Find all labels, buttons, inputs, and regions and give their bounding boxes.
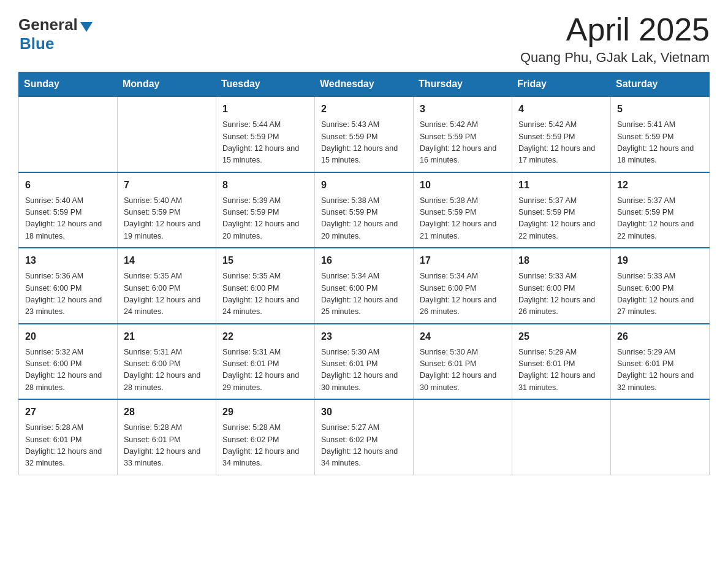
- day-info: Sunrise: 5:36 AMSunset: 6:00 PMDaylight:…: [25, 270, 111, 318]
- day-info: Sunrise: 5:28 AMSunset: 6:01 PMDaylight:…: [25, 422, 111, 470]
- day-number: 26: [617, 329, 703, 344]
- calendar-cell: 20Sunrise: 5:32 AMSunset: 6:00 PMDayligh…: [19, 324, 118, 400]
- day-info: Sunrise: 5:28 AMSunset: 6:02 PMDaylight:…: [222, 422, 308, 470]
- day-info: Sunrise: 5:34 AMSunset: 6:00 PMDaylight:…: [420, 270, 506, 318]
- day-info: Sunrise: 5:34 AMSunset: 6:00 PMDaylight:…: [321, 270, 407, 318]
- day-info: Sunrise: 5:29 AMSunset: 6:01 PMDaylight:…: [617, 347, 703, 394]
- day-number: 10: [420, 178, 506, 193]
- day-info: Sunrise: 5:44 AMSunset: 5:59 PMDaylight:…: [222, 119, 308, 167]
- calendar-header-row: SundayMondayTuesdayWednesdayThursdayFrid…: [19, 72, 710, 97]
- calendar-cell: 26Sunrise: 5:29 AMSunset: 6:01 PMDayligh…: [611, 324, 710, 400]
- day-number: 6: [25, 178, 111, 193]
- calendar-cell: [19, 96, 118, 172]
- calendar-cell: 12Sunrise: 5:37 AMSunset: 5:59 PMDayligh…: [611, 172, 710, 248]
- page-header: General Blue April 2025 Quang Phu, GJak …: [18, 12, 710, 66]
- calendar-week-row: 13Sunrise: 5:36 AMSunset: 6:00 PMDayligh…: [19, 248, 710, 324]
- day-number: 9: [321, 178, 407, 193]
- day-info: Sunrise: 5:43 AMSunset: 5:59 PMDaylight:…: [321, 119, 407, 167]
- day-info: Sunrise: 5:40 AMSunset: 5:59 PMDaylight:…: [124, 195, 210, 243]
- calendar-cell: 24Sunrise: 5:30 AMSunset: 6:01 PMDayligh…: [414, 324, 512, 400]
- calendar-cell: 28Sunrise: 5:28 AMSunset: 6:01 PMDayligh…: [118, 399, 216, 475]
- calendar-cell: 13Sunrise: 5:36 AMSunset: 6:00 PMDayligh…: [19, 248, 118, 324]
- header-thursday: Thursday: [414, 72, 512, 97]
- logo-top: General: [18, 15, 93, 34]
- day-info: Sunrise: 5:33 AMSunset: 6:00 PMDaylight:…: [617, 270, 703, 318]
- day-number: 7: [124, 178, 210, 193]
- calendar-cell: 25Sunrise: 5:29 AMSunset: 6:01 PMDayligh…: [512, 324, 611, 400]
- calendar-cell: 5Sunrise: 5:41 AMSunset: 5:59 PMDaylight…: [611, 96, 710, 172]
- day-number: 13: [25, 253, 111, 268]
- calendar-cell: 27Sunrise: 5:28 AMSunset: 6:01 PMDayligh…: [19, 399, 118, 475]
- day-number: 11: [518, 178, 604, 193]
- calendar-cell: 29Sunrise: 5:28 AMSunset: 6:02 PMDayligh…: [216, 399, 315, 475]
- calendar-cell: 14Sunrise: 5:35 AMSunset: 6:00 PMDayligh…: [118, 248, 216, 324]
- logo-general-text: General: [18, 15, 78, 34]
- day-info: Sunrise: 5:30 AMSunset: 6:01 PMDaylight:…: [420, 347, 506, 394]
- calendar-week-row: 1Sunrise: 5:44 AMSunset: 5:59 PMDaylight…: [19, 96, 710, 172]
- day-info: Sunrise: 5:42 AMSunset: 5:59 PMDaylight:…: [518, 119, 604, 167]
- calendar-subtitle: Quang Phu, GJak Lak, Vietnam: [520, 50, 710, 66]
- calendar-cell: [611, 399, 710, 475]
- logo: General Blue: [18, 15, 93, 53]
- calendar-cell: 23Sunrise: 5:30 AMSunset: 6:01 PMDayligh…: [315, 324, 414, 400]
- day-number: 8: [222, 178, 308, 193]
- calendar-cell: 1Sunrise: 5:44 AMSunset: 5:59 PMDaylight…: [216, 96, 315, 172]
- header-saturday: Saturday: [611, 72, 710, 97]
- day-info: Sunrise: 5:35 AMSunset: 6:00 PMDaylight:…: [222, 270, 308, 318]
- calendar-cell: 2Sunrise: 5:43 AMSunset: 5:59 PMDaylight…: [315, 96, 414, 172]
- day-number: 15: [222, 253, 308, 268]
- calendar-cell: 4Sunrise: 5:42 AMSunset: 5:59 PMDaylight…: [512, 96, 611, 172]
- day-info: Sunrise: 5:37 AMSunset: 5:59 PMDaylight:…: [617, 195, 703, 243]
- calendar-cell: 19Sunrise: 5:33 AMSunset: 6:00 PMDayligh…: [611, 248, 710, 324]
- calendar-cell: 30Sunrise: 5:27 AMSunset: 6:02 PMDayligh…: [315, 399, 414, 475]
- day-info: Sunrise: 5:31 AMSunset: 6:00 PMDaylight:…: [124, 347, 210, 394]
- logo-blue-text: Blue: [20, 34, 54, 53]
- day-number: 30: [321, 405, 407, 419]
- day-number: 14: [124, 253, 210, 268]
- calendar-cell: 15Sunrise: 5:35 AMSunset: 6:00 PMDayligh…: [216, 248, 315, 324]
- day-info: Sunrise: 5:30 AMSunset: 6:01 PMDaylight:…: [321, 347, 407, 394]
- day-number: 12: [617, 178, 703, 193]
- header-sunday: Sunday: [19, 72, 118, 97]
- day-info: Sunrise: 5:37 AMSunset: 5:59 PMDaylight:…: [518, 195, 604, 243]
- calendar-cell: [414, 399, 512, 475]
- day-number: 23: [321, 329, 407, 344]
- day-info: Sunrise: 5:32 AMSunset: 6:00 PMDaylight:…: [25, 347, 111, 394]
- day-number: 4: [518, 102, 604, 117]
- header-friday: Friday: [512, 72, 611, 97]
- day-number: 17: [420, 253, 506, 268]
- day-info: Sunrise: 5:31 AMSunset: 6:01 PMDaylight:…: [222, 347, 308, 394]
- day-number: 28: [124, 405, 210, 419]
- calendar-cell: 11Sunrise: 5:37 AMSunset: 5:59 PMDayligh…: [512, 172, 611, 248]
- day-info: Sunrise: 5:39 AMSunset: 5:59 PMDaylight:…: [222, 195, 308, 243]
- calendar-week-row: 20Sunrise: 5:32 AMSunset: 6:00 PMDayligh…: [19, 324, 710, 400]
- day-number: 21: [124, 329, 210, 344]
- logo-triangle-icon: [80, 22, 93, 32]
- day-number: 3: [420, 102, 506, 117]
- day-info: Sunrise: 5:33 AMSunset: 6:00 PMDaylight:…: [518, 270, 604, 318]
- day-info: Sunrise: 5:41 AMSunset: 5:59 PMDaylight:…: [617, 119, 703, 167]
- calendar-week-row: 27Sunrise: 5:28 AMSunset: 6:01 PMDayligh…: [19, 399, 710, 475]
- calendar-cell: 7Sunrise: 5:40 AMSunset: 5:59 PMDaylight…: [118, 172, 216, 248]
- day-number: 25: [518, 329, 604, 344]
- calendar-cell: 16Sunrise: 5:34 AMSunset: 6:00 PMDayligh…: [315, 248, 414, 324]
- header-wednesday: Wednesday: [315, 72, 414, 97]
- day-number: 29: [222, 405, 308, 419]
- day-number: 18: [518, 253, 604, 268]
- day-number: 24: [420, 329, 506, 344]
- calendar-cell: 3Sunrise: 5:42 AMSunset: 5:59 PMDaylight…: [414, 96, 512, 172]
- day-number: 16: [321, 253, 407, 268]
- day-number: 20: [25, 329, 111, 344]
- calendar-cell: [512, 399, 611, 475]
- calendar-table: SundayMondayTuesdayWednesdayThursdayFrid…: [18, 72, 710, 475]
- calendar-cell: 17Sunrise: 5:34 AMSunset: 6:00 PMDayligh…: [414, 248, 512, 324]
- day-number: 5: [617, 102, 703, 117]
- day-info: Sunrise: 5:40 AMSunset: 5:59 PMDaylight:…: [25, 195, 111, 243]
- day-info: Sunrise: 5:35 AMSunset: 6:00 PMDaylight:…: [124, 270, 210, 318]
- day-number: 22: [222, 329, 308, 344]
- day-info: Sunrise: 5:29 AMSunset: 6:01 PMDaylight:…: [518, 347, 604, 394]
- title-block: April 2025 Quang Phu, GJak Lak, Vietnam: [520, 12, 710, 66]
- calendar-week-row: 6Sunrise: 5:40 AMSunset: 5:59 PMDaylight…: [19, 172, 710, 248]
- day-info: Sunrise: 5:42 AMSunset: 5:59 PMDaylight:…: [420, 119, 506, 167]
- calendar-cell: 8Sunrise: 5:39 AMSunset: 5:59 PMDaylight…: [216, 172, 315, 248]
